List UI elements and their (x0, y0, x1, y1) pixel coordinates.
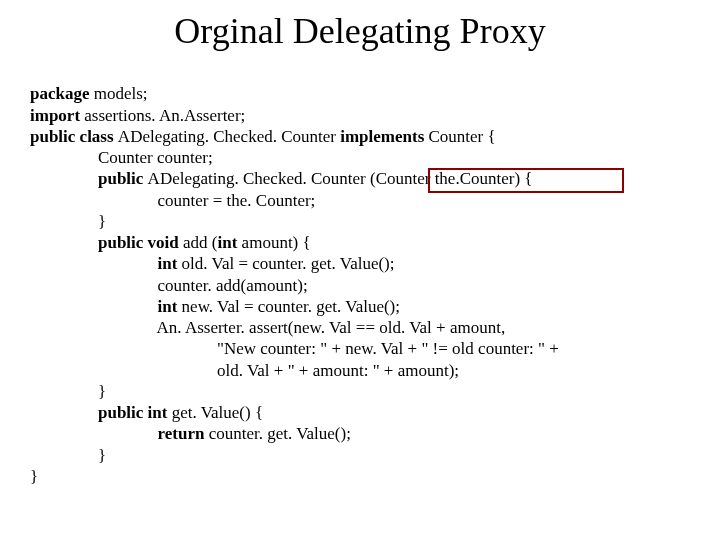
code-text: old. Val = counter. get. Value(); (177, 254, 394, 273)
kw-public-void: public void (30, 233, 183, 252)
code-text: An. Asserter. assert(new. Val == old. Va… (30, 318, 505, 337)
code-text: amount) { (237, 233, 310, 252)
code-text: } (30, 212, 106, 231)
kw-implements: implements (340, 127, 424, 146)
code-text: get. Value() { (172, 403, 263, 422)
code-text: } (30, 382, 106, 401)
code-text: new. Val = counter. get. Value(); (177, 297, 400, 316)
code-text: counter. add(amount); (30, 276, 308, 295)
code-text: old. Val + " + amount: " + amount); (30, 361, 459, 380)
kw-package: package (30, 84, 90, 103)
kw-int: int (218, 233, 238, 252)
code-text: ADelegating. Checked. Counter (118, 127, 340, 146)
code-text: } (30, 467, 38, 486)
kw-return: return (30, 424, 204, 443)
code-text: Counter { (424, 127, 495, 146)
code-text: add ( (183, 233, 217, 252)
kw-int: int (30, 254, 177, 273)
code-block: package models; import assertions. An.As… (30, 62, 690, 487)
code-text: (Counter the.Counter) { (370, 169, 533, 188)
code-text: counter = the. Counter; (30, 191, 315, 210)
kw-import: import (30, 106, 80, 125)
code-text: "New counter: " + new. Val + " != old co… (30, 339, 559, 358)
kw-public-class: public class (30, 127, 118, 146)
code-text: counter. get. Value(); (204, 424, 351, 443)
code-text: } (30, 446, 106, 465)
code-text: assertions. An.Asserter; (80, 106, 245, 125)
kw-public: public (30, 169, 148, 188)
code-text: ADelegating. Checked. Counter (148, 169, 370, 188)
code-text: models; (90, 84, 148, 103)
slide-title: Orginal Delegating Proxy (30, 10, 690, 52)
code-text: Counter counter; (30, 148, 213, 167)
kw-public-int: public int (30, 403, 172, 422)
kw-int: int (30, 297, 177, 316)
